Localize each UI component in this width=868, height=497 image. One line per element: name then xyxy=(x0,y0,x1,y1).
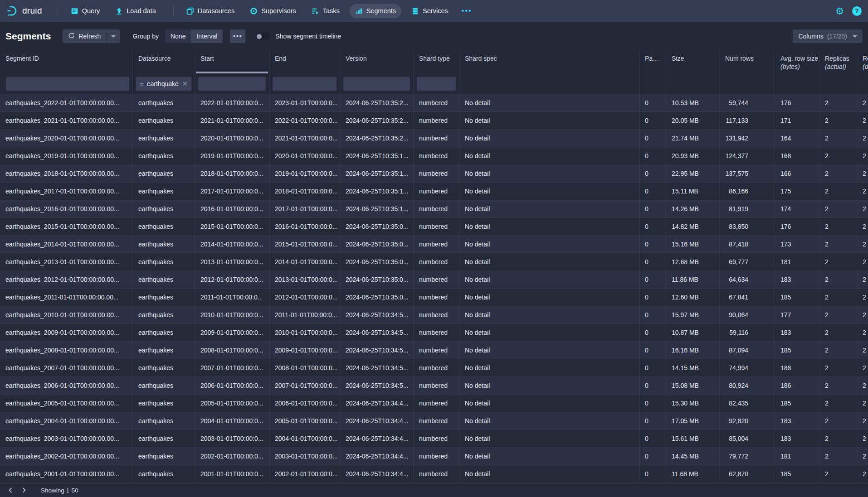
cell-replicas-actual: 2 xyxy=(819,271,857,288)
cell-start: 2012-01-01T00:00:0... xyxy=(195,271,269,288)
cell-end: 2011-01-01T00:00:0... xyxy=(269,306,340,323)
settings-gear-icon[interactable]: ⚙ xyxy=(835,6,844,16)
cell-replicas-actual: 2 xyxy=(819,395,857,412)
cell-start: 2004-01-01T00:00:0... xyxy=(195,412,269,429)
table-row[interactable]: earthquakes_2015-01-01T00:00:00.00... ea… xyxy=(0,218,868,236)
cell-replicas-desired: 2 xyxy=(857,94,868,111)
table-row[interactable]: earthquakes_2003-01-01T00:00:00.00... ea… xyxy=(0,430,868,448)
cell-segment-id: earthquakes_2001-01-01T00:00:00.00... xyxy=(0,465,133,483)
cell-datasource: earthquakes xyxy=(133,183,195,200)
equals-icon: = xyxy=(140,80,144,88)
table-row[interactable]: earthquakes_2007-01-01T00:00:00.00... ea… xyxy=(0,359,868,377)
group-by-interval-button[interactable]: Interval xyxy=(191,29,223,43)
group-by-segmented-control: None Interval xyxy=(165,29,223,43)
column-header-datasource[interactable]: Datasource xyxy=(133,51,195,73)
table-row[interactable]: earthquakes_2022-01-01T00:00:00.00... ea… xyxy=(0,94,868,112)
toggle-knob xyxy=(257,34,262,39)
column-header-start[interactable]: Start xyxy=(195,51,269,73)
table-row[interactable]: earthquakes_2005-01-01T00:00:00.00... ea… xyxy=(0,395,868,412)
nav-item-services[interactable]: Services xyxy=(406,4,454,18)
cell-segment-id: earthquakes_2020-01-01T00:00:00.00... xyxy=(0,130,133,147)
table-row[interactable]: earthquakes_2014-01-01T00:00:00.00... ea… xyxy=(0,236,868,253)
start-filter-input[interactable] xyxy=(198,77,266,91)
cell-replicas-desired: 2 xyxy=(857,412,868,429)
remove-filter-icon[interactable]: ✕ xyxy=(182,80,188,88)
cell-replicas-actual: 2 xyxy=(819,218,857,235)
column-header-size[interactable]: Size xyxy=(666,51,720,73)
column-header-num-rows[interactable]: Num rows xyxy=(720,51,775,73)
cell-size: 12.60 MB xyxy=(666,289,720,306)
nav-item-segments[interactable]: Segments xyxy=(350,4,401,18)
column-header-shard-type[interactable]: Shard type xyxy=(414,51,459,73)
cell-segment-id: earthquakes_2002-01-01T00:00:00.00... xyxy=(0,448,133,465)
table-row[interactable]: earthquakes_2011-01-01T00:00:00.00... ea… xyxy=(0,289,868,306)
refresh-dropdown-button[interactable] xyxy=(106,29,120,43)
segment-id-filter-input[interactable] xyxy=(6,77,129,91)
table-row[interactable]: earthquakes_2019-01-01T00:00:00.00... ea… xyxy=(0,147,868,165)
next-page-button[interactable] xyxy=(17,484,31,496)
table-row[interactable]: earthquakes_2012-01-01T00:00:00.00... ea… xyxy=(0,271,868,289)
refresh-label: Refresh xyxy=(78,33,101,40)
table-header-row: Segment ID Datasource Start End Version … xyxy=(0,51,868,73)
column-header-shard-spec[interactable]: Shard spec xyxy=(459,51,639,73)
column-header-avg-row-size[interactable]: Avg. row size(bytes) xyxy=(775,51,819,73)
cell-end: 2014-01-01T00:00:0... xyxy=(269,253,340,270)
cell-end: 2016-01-01T00:00:0... xyxy=(269,218,340,235)
datasources-icon xyxy=(186,7,194,15)
table-row[interactable]: earthquakes_2020-01-01T00:00:00.00... ea… xyxy=(0,130,868,147)
cell-num-rows: 59,744 xyxy=(720,94,775,111)
cell-partition: 0 xyxy=(639,165,666,182)
end-filter-input[interactable] xyxy=(273,77,336,91)
cell-avg-row-size: 176 xyxy=(775,218,819,235)
nav-item-datasources[interactable]: Datasources xyxy=(181,4,240,18)
table-row[interactable]: earthquakes_2017-01-01T00:00:00.00... ea… xyxy=(0,183,868,200)
cell-start: 2013-01-01T00:00:0... xyxy=(195,253,269,270)
table-row[interactable]: earthquakes_2002-01-01T00:00:00.00... ea… xyxy=(0,448,868,465)
column-header-partition[interactable]: Partition xyxy=(639,51,666,73)
table-row[interactable]: earthquakes_2010-01-01T00:00:00.00... ea… xyxy=(0,306,868,324)
nav-item-query[interactable]: Query xyxy=(65,4,106,18)
table-row[interactable]: earthquakes_2001-01-01T00:00:00.00... ea… xyxy=(0,465,868,483)
cell-shard-type: numbered xyxy=(414,289,459,306)
top-nav: druid Query Load data Datasources xyxy=(0,0,868,22)
table-row[interactable]: earthquakes_2013-01-01T00:00:00.00... ea… xyxy=(0,253,868,271)
table-row[interactable]: earthquakes_2006-01-01T00:00:00.00... ea… xyxy=(0,377,868,395)
cell-num-rows: 117,133 xyxy=(720,112,775,129)
cell-replicas-actual: 2 xyxy=(819,342,857,359)
nav-item-tasks[interactable]: Tasks xyxy=(306,4,345,18)
table-row[interactable]: earthquakes_2008-01-01T00:00:00.00... ea… xyxy=(0,342,868,359)
cell-shard-type: numbered xyxy=(414,465,459,483)
table-row[interactable]: earthquakes_2009-01-01T00:00:00.00... ea… xyxy=(0,324,868,342)
column-header-replicas-desired[interactable]: Replicas(desired) xyxy=(857,51,868,73)
column-header-segment-id[interactable]: Segment ID xyxy=(0,51,133,73)
cell-version: 2024-06-25T10:34:5... xyxy=(340,306,414,323)
previous-page-button[interactable] xyxy=(4,484,17,496)
cell-datasource: earthquakes xyxy=(133,342,195,359)
cell-end: 2015-01-01T00:00:0... xyxy=(269,236,340,253)
column-header-end[interactable]: End xyxy=(269,51,340,73)
segment-timeline-label: Show segment timeline xyxy=(275,33,341,40)
cell-version: 2024-06-25T10:34:4... xyxy=(340,412,414,429)
group-by-none-button[interactable]: None xyxy=(165,29,191,43)
table-row[interactable]: earthquakes_2004-01-01T00:00:00.00... ea… xyxy=(0,412,868,430)
nav-more-button[interactable]: ••• xyxy=(458,4,476,18)
nav-item-supervisors[interactable]: Supervisors xyxy=(244,4,302,18)
version-filter-input[interactable] xyxy=(343,77,410,91)
table-row[interactable]: earthquakes_2016-01-01T00:00:00.00... ea… xyxy=(0,200,868,218)
refresh-button[interactable]: Refresh xyxy=(63,29,106,43)
cell-replicas-actual: 2 xyxy=(819,183,857,200)
help-icon[interactable]: ? xyxy=(852,6,862,16)
table-row[interactable]: earthquakes_2021-01-01T00:00:00.00... ea… xyxy=(0,112,868,130)
more-options-button[interactable]: ••• xyxy=(230,29,245,43)
datasource-filter-value: earthquakes xyxy=(147,80,179,87)
table-row[interactable]: earthquakes_2018-01-01T00:00:00.00... ea… xyxy=(0,165,868,183)
cell-replicas-actual: 2 xyxy=(819,200,857,217)
column-header-version[interactable]: Version xyxy=(340,51,414,73)
segment-timeline-toggle[interactable] xyxy=(255,33,270,40)
brand[interactable]: druid xyxy=(6,5,42,17)
nav-item-load-data[interactable]: Load data xyxy=(110,4,161,18)
datasource-filter-tag[interactable]: = earthquakes ✕ xyxy=(136,77,191,91)
column-header-replicas-actual[interactable]: Replicas(actual) xyxy=(819,51,857,73)
shard-type-filter-input[interactable] xyxy=(417,77,456,91)
columns-button[interactable]: Columns (17/20) xyxy=(793,29,863,43)
